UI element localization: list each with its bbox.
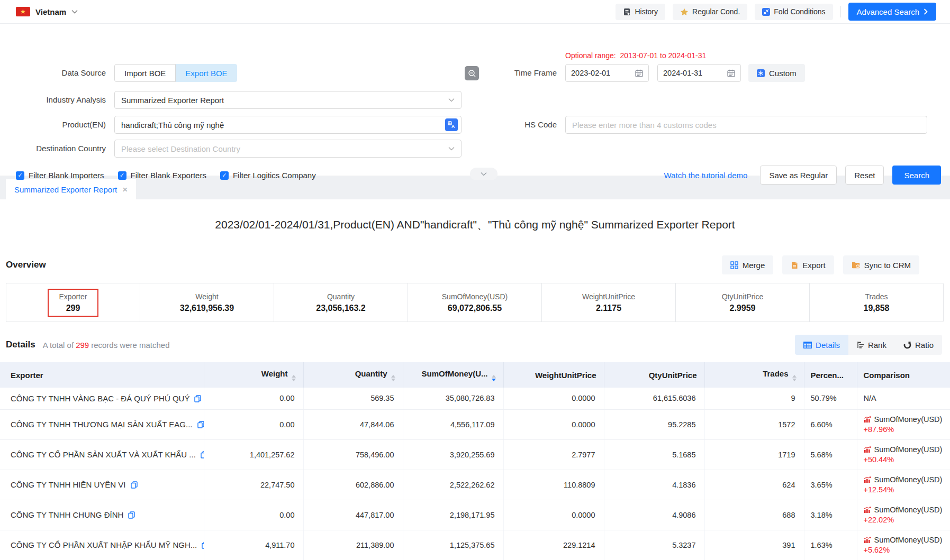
copy-icon[interactable]	[194, 395, 201, 402]
exporter-name: CÔNG TY TNHH THƯƠNG MẠI SẢN XUẤT EAG...	[11, 420, 193, 429]
save-as-regular-button[interactable]: Save as Regular	[760, 166, 837, 185]
stat-weight: Weight 32,619,956.39	[140, 283, 274, 322]
tutorial-demo-link[interactable]: Watch the tutorial demo	[664, 171, 748, 180]
stat-value: 299	[59, 304, 87, 313]
import-boe-button[interactable]: Import BOE	[114, 64, 176, 82]
rank-icon	[857, 341, 864, 348]
matched-records-text: A total of299records were matched	[43, 341, 170, 350]
reset-button[interactable]: Reset	[845, 166, 884, 185]
view-rank-button[interactable]: Rank	[848, 335, 895, 355]
search-button[interactable]: Search	[892, 166, 941, 185]
calendar-icon[interactable]	[635, 69, 643, 77]
col-trades[interactable]: Trades	[704, 362, 804, 388]
col-weight[interactable]: Weight	[204, 362, 303, 388]
table-header-row: Exporter Weight Quantity SumOfMoney(U...…	[0, 362, 950, 388]
overview-heading: Overview	[6, 260, 46, 270]
fold-conditions-button[interactable]: Fold Conditions	[755, 4, 833, 20]
comparison-cell: SumOfMoney(USD) +22.02%	[857, 500, 950, 530]
comparison-cell: SumOfMoney(USD) +5.62%	[857, 530, 950, 560]
form-actions: Watch the tutorial demo Save as Regular …	[664, 166, 941, 185]
stat-exporter: Exporter 299	[6, 283, 140, 322]
exporter-name: CÔNG TY TNHH CHUNG ĐỈNH	[11, 510, 123, 519]
merge-icon	[730, 261, 738, 269]
weight-unit-price-cell: 0.0000	[503, 409, 604, 439]
copy-icon[interactable]	[131, 481, 138, 489]
filter-blank-exporters-checkbox[interactable]: ✓ Filter Blank Exporters	[118, 171, 206, 180]
sort-icon[interactable]	[391, 375, 395, 381]
tab-summarized-exporter-report[interactable]: Summarized Exporter Report ×	[6, 179, 136, 199]
history-button[interactable]: History	[616, 4, 665, 20]
sync-folder-icon	[852, 261, 860, 269]
report-content: 2023/02/01-2024/01/31,Product(EN) AND"ha…	[0, 217, 950, 560]
product-en-inputwrap: A	[114, 116, 462, 134]
data-source-label: Data Source	[0, 64, 106, 82]
copy-icon[interactable]	[201, 451, 204, 458]
date-to-input[interactable]: 2024-01-31	[657, 64, 741, 82]
trend-chart-icon	[864, 476, 871, 483]
sort-icon[interactable]	[792, 375, 797, 381]
sort-icon[interactable]	[292, 375, 296, 381]
topbar: ★ Vietnam History Regular Cond. Fold Con…	[0, 0, 950, 24]
quantity-cell: 602,886.00	[303, 470, 403, 500]
comparison-cell: SumOfMoney(USD) +50.44%	[857, 439, 950, 470]
country-selector[interactable]: ★ Vietnam	[16, 7, 78, 16]
custom-range-button[interactable]: Custom	[748, 64, 805, 82]
search-form: Data Source Import BOE Export BOE Option…	[0, 24, 950, 176]
industry-analysis-value: Summarized Exporter Report	[121, 96, 448, 105]
stat-value: 32,619,956.39	[180, 304, 234, 313]
copy-icon[interactable]	[202, 541, 204, 549]
stat-sum-of-money: SumOfMoney(USD) 69,072,806.55	[408, 283, 541, 322]
table-row: CÔNG TY TNHH VÀNG BẠC - ĐÁ QUÝ PHÚ QUÝ 0…	[0, 388, 950, 409]
qty-unit-price-cell: 4.1836	[604, 470, 704, 500]
filter-blank-importers-checkbox[interactable]: ✓ Filter Blank Importers	[16, 171, 104, 180]
details-table: Exporter Weight Quantity SumOfMoney(U...…	[0, 362, 950, 560]
comparison-metric: SumOfMoney(USD)	[874, 506, 943, 514]
close-icon[interactable]: ×	[122, 185, 128, 194]
exporter-name: CÔNG TY TNHH HIỀN UYÊN VI	[11, 480, 126, 489]
optional-range-text: Optional range: 2013-07-01 to 2024-01-31	[565, 51, 706, 60]
checkbox-checked-icon: ✓	[16, 171, 24, 180]
details-heading: Details	[6, 339, 35, 350]
filter-logistics-company-checkbox[interactable]: ✓ Filter Logitics Company	[220, 171, 316, 180]
stat-value: 23,056,163.2	[316, 304, 365, 313]
stat-label: Exporter	[59, 292, 87, 301]
advanced-search-button[interactable]: Advanced Search	[848, 3, 936, 21]
comparison-delta: +50.44%	[864, 455, 943, 464]
export-boe-button[interactable]: Export BOE	[176, 64, 237, 82]
exclude-search-icon[interactable]	[465, 66, 479, 80]
col-weight-unit-price: WeightUnitPrice	[503, 362, 604, 388]
product-en-input[interactable]	[121, 121, 445, 130]
hs-code-input[interactable]	[565, 116, 927, 134]
col-quantity[interactable]: Quantity	[303, 362, 403, 388]
comparison-cell: SumOfMoney(USD) +12.54%	[857, 470, 950, 500]
stat-quantity: Quantity 23,056,163.2	[274, 283, 408, 322]
comparison-cell: SumOfMoney(USD) +87.96%	[857, 409, 950, 439]
merge-button[interactable]: Merge	[722, 255, 774, 274]
copy-icon[interactable]	[197, 421, 204, 428]
trades-cell: 688	[704, 500, 804, 530]
qty-unit-price-cell: 61,615.6036	[604, 388, 704, 409]
data-source-toggle: Import BOE Export BOE	[114, 64, 237, 82]
checkbox-checked-icon: ✓	[118, 171, 126, 180]
sync-to-crm-button[interactable]: Sync to CRM	[843, 255, 919, 274]
export-button[interactable]: Export	[782, 255, 834, 274]
col-sum-of-money[interactable]: SumOfMoney(U...	[403, 362, 503, 388]
calendar-icon[interactable]	[727, 69, 735, 77]
trades-cell: 1572	[704, 409, 804, 439]
export-label: Export	[802, 261, 825, 270]
comparison-metric: SumOfMoney(USD)	[874, 536, 943, 544]
copy-icon[interactable]	[128, 511, 135, 519]
sort-icon-active-desc[interactable]	[492, 375, 496, 381]
stat-label: WeightUnitPrice	[582, 292, 635, 301]
stat-exporter-highlight-box: Exporter 299	[48, 289, 99, 317]
view-details-button[interactable]: Details	[795, 335, 848, 355]
weight-cell: 0.00	[204, 500, 303, 530]
industry-analysis-select[interactable]: Summarized Exporter Report	[114, 91, 462, 109]
destination-country-select[interactable]: Please select Destination Country	[114, 140, 462, 158]
view-ratio-button[interactable]: Ratio	[895, 335, 942, 355]
qty-unit-price-cell: 4.9086	[604, 500, 704, 530]
report-title: 2023/02/01-2024/01/31,Product(EN) AND"ha…	[0, 217, 950, 232]
date-from-input[interactable]: 2023-02-01	[565, 64, 649, 82]
collapse-conditions-button[interactable]	[470, 168, 497, 180]
regular-cond-button[interactable]: Regular Cond.	[673, 4, 747, 20]
